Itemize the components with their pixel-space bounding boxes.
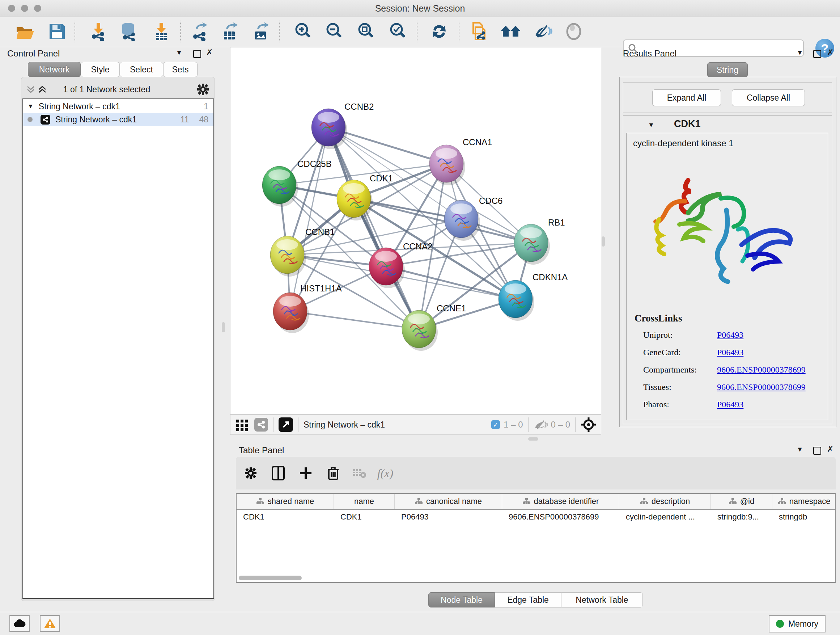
network-node-HIST1H1A[interactable]: HIST1H1A — [273, 283, 342, 333]
column-header-namespace[interactable]: namespace — [772, 494, 836, 509]
zoom-in-icon[interactable] — [293, 21, 313, 42]
network-collection-row[interactable]: ▼ String Network – cdk1 1 — [23, 99, 213, 113]
cloud-icon — [13, 619, 26, 628]
tab-style[interactable]: Style — [81, 62, 120, 77]
table-panel-float-icon[interactable]: ▾ — [795, 445, 805, 454]
column-header-description[interactable]: description — [619, 494, 711, 509]
tab-edge-table[interactable]: Edge Table — [495, 592, 561, 608]
gene-collapse-triangle-icon[interactable]: ▼ — [648, 121, 654, 129]
results-panel-maximize-icon[interactable] — [813, 50, 821, 58]
cloud-button[interactable] — [9, 615, 30, 632]
tab-select[interactable]: Select — [120, 62, 163, 77]
create-column-plus-icon[interactable] — [297, 465, 315, 481]
warning-button[interactable] — [40, 615, 60, 632]
table-header-row: shared name name canonical name database… — [237, 494, 835, 510]
show-columns-icon[interactable] — [269, 465, 287, 481]
control-panel-maximize-icon[interactable] — [193, 50, 201, 58]
toolbar-separator — [180, 21, 181, 42]
zoom-selected-icon[interactable] — [388, 21, 408, 42]
table-horizontal-scrollbar[interactable] — [239, 576, 302, 580]
collection-expand-triangle-icon[interactable]: ▼ — [27, 103, 34, 110]
refresh-icon[interactable] — [429, 21, 449, 42]
zoom-fit-icon[interactable] — [356, 21, 376, 42]
import-network-file-icon[interactable] — [88, 21, 109, 42]
crosslink-tissues-link[interactable]: 9606.ENSP00000378699 — [717, 382, 806, 392]
first-neighbors-icon[interactable] — [501, 21, 521, 42]
node-label-CCNA1: CCNA1 — [463, 137, 492, 147]
control-panel-close-icon[interactable]: ✗ — [205, 48, 214, 57]
export-network-icon[interactable] — [189, 21, 210, 42]
duplicate-network-icon[interactable] — [469, 21, 489, 42]
tab-node-table[interactable]: Node Table — [428, 592, 495, 608]
column-header-id[interactable]: @id — [711, 494, 772, 509]
tree-column-icon — [729, 498, 737, 505]
table-panel-close-icon[interactable]: ✗ — [826, 445, 835, 454]
function-builder-icon[interactable]: f(x) — [376, 465, 394, 481]
crosslink-pharos-link[interactable]: P06493 — [717, 400, 744, 409]
edge-HIST1H1A-CCNE1[interactable] — [290, 311, 419, 329]
open-in-window-icon[interactable] — [279, 417, 293, 432]
table-row[interactable]: CDK1 CDK1 P06493 9606.ENSP00000378699 cy… — [237, 510, 835, 524]
network-node-CDK1[interactable]: CDK1 — [337, 173, 393, 220]
gene-symbol: CDK1 — [674, 119, 701, 130]
export-table-icon[interactable] — [220, 21, 240, 42]
table-settings-gear-icon[interactable] — [242, 465, 260, 481]
node-label-CCNB1: CCNB1 — [305, 227, 335, 237]
edge-CDK1-RB1[interactable] — [354, 199, 531, 243]
left-splitter-handle[interactable] — [222, 322, 225, 333]
network-row[interactable]: String Network – cdk1 11 48 — [23, 113, 213, 126]
crosslink-genecard-link[interactable]: P06493 — [717, 348, 744, 357]
edge-CCNB2-CCNE1[interactable] — [328, 127, 419, 329]
results-panel-close-icon[interactable]: ✗ — [826, 48, 835, 57]
network-node-RB1[interactable]: RB1 — [514, 218, 565, 264]
network-node-CCNE1[interactable]: CCNE1 — [402, 303, 466, 351]
cell-database-identifier: 9606.ENSP00000378699 — [502, 512, 619, 522]
column-header-canonical-name[interactable]: canonical name — [395, 494, 502, 509]
column-header-name[interactable]: name — [334, 494, 395, 509]
network-edge-count: 48 — [199, 115, 208, 125]
network-graph[interactable]: CCNB2CCNA1CDC25BCDK1CDC6RB1CCNB1CCNA2CDK… — [231, 48, 601, 414]
network-node-CCNB2[interactable]: CCNB2 — [311, 102, 374, 149]
expand-all-button[interactable]: Expand All — [652, 89, 721, 106]
control-panel-float-icon[interactable]: ▾ — [174, 48, 184, 57]
import-network-database-icon[interactable] — [118, 21, 139, 42]
node-table[interactable]: shared name name canonical name database… — [236, 493, 836, 583]
show-hide-icon[interactable] — [532, 21, 553, 42]
birdseye-grid-icon[interactable] — [235, 418, 248, 431]
tree-column-icon — [256, 498, 264, 505]
fit-selected-crosshair-icon[interactable] — [581, 417, 597, 432]
zoom-out-icon[interactable] — [324, 21, 344, 42]
delete-column-trash-icon[interactable] — [324, 465, 342, 481]
network-node-CDC25B[interactable]: CDC25B — [262, 159, 332, 207]
preview-eye-icon[interactable] — [564, 21, 584, 42]
import-table-file-icon[interactable] — [151, 21, 172, 42]
network-canvas[interactable]: CCNB2CCNA1CDC25BCDK1CDC6RB1CCNB1CCNA2CDK… — [230, 47, 601, 415]
tab-string-results[interactable]: String — [707, 62, 748, 78]
delete-table-icon[interactable] — [350, 465, 368, 481]
network-node-CCNB1[interactable]: CCNB1 — [270, 227, 335, 277]
network-node-CDKN1A[interactable]: CDKN1A — [499, 272, 568, 321]
table-panel-maximize-icon[interactable] — [813, 447, 821, 455]
selected-checkbox-icon[interactable]: ✓ — [491, 420, 500, 429]
string-panel-icon[interactable] — [254, 418, 268, 432]
crosslink-uniprot-link[interactable]: P06493 — [717, 330, 744, 340]
column-header-shared-name[interactable]: shared name — [237, 494, 334, 509]
tab-sets[interactable]: Sets — [163, 62, 197, 77]
open-file-icon[interactable] — [15, 21, 35, 42]
column-header-database-identifier[interactable]: database identifier — [502, 494, 619, 509]
tab-network-table[interactable]: Network Table — [561, 592, 643, 608]
results-panel-float-icon[interactable]: ▾ — [795, 48, 805, 57]
hidden-eye-slash-icon[interactable] — [534, 419, 548, 431]
crosslink-compartments-link[interactable]: 9606.ENSP00000378699 — [717, 365, 806, 375]
memory-button[interactable]: Memory — [769, 615, 826, 632]
bottom-splitter-handle[interactable] — [528, 437, 538, 440]
right-splitter-handle[interactable] — [602, 236, 605, 247]
export-image-icon[interactable] — [251, 21, 271, 42]
node-label-RB1: RB1 — [548, 218, 565, 227]
node-label-CCNB2: CCNB2 — [344, 102, 374, 111]
collapse-all-button[interactable]: Collapse All — [732, 89, 805, 106]
tab-network[interactable]: Network — [28, 62, 81, 77]
network-node-CCNA1[interactable]: CCNA1 — [429, 137, 492, 185]
network-options-gear-icon[interactable] — [197, 83, 209, 96]
save-session-icon[interactable] — [47, 21, 67, 42]
